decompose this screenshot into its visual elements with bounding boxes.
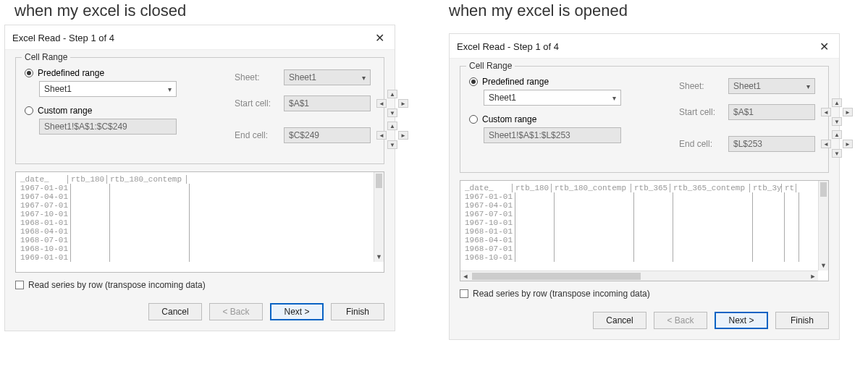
- arrow-right-icon[interactable]: ►: [398, 131, 408, 140]
- cancel-button[interactable]: Cancel: [148, 303, 202, 320]
- radio-custom-range[interactable]: Custom range: [469, 114, 650, 124]
- radio-predefined-range[interactable]: Predefined range: [25, 68, 206, 78]
- caption-left: when my excel is closed: [14, 1, 186, 20]
- preview-row: 1968-04-01: [462, 236, 827, 244]
- transpose-checkbox[interactable]: Read series by row (transpose incoming d…: [15, 280, 384, 290]
- endcell-arrows[interactable]: ▲ ◄► ▼: [821, 130, 853, 158]
- preview-column-header: rtb_180_contemp: [552, 184, 631, 192]
- close-icon[interactable]: ✕: [372, 31, 387, 45]
- vertical-scrollbar[interactable]: ▼: [818, 181, 828, 271]
- radio-predefined-label: Predefined range: [482, 77, 549, 87]
- dialog-title: Excel Read - Step 1 of 4: [457, 41, 559, 52]
- endcell-textbox: $L$253: [728, 136, 815, 152]
- cell-range-legend: Cell Range: [22, 52, 70, 62]
- back-button: < Back: [209, 303, 263, 320]
- chevron-down-icon: ▾: [168, 85, 172, 93]
- arrow-down-icon[interactable]: ▼: [819, 260, 828, 271]
- preview-row: 1968-07-01: [17, 236, 382, 244]
- back-button: < Back: [654, 312, 707, 329]
- transpose-label: Read series by row (transpose incoming d…: [28, 280, 206, 290]
- arrow-down-icon[interactable]: ▼: [387, 140, 397, 149]
- preview-column-header: rtb_180_contemp: [107, 175, 187, 184]
- endcell-label: End cell:: [235, 130, 278, 140]
- startcell-textbox: $A$1: [284, 95, 371, 111]
- dialog-body: Cell Range Predefined range Sheet1 ▾: [5, 50, 395, 296]
- titlebar: Excel Read - Step 1 of 4 ✕: [5, 25, 395, 50]
- button-row: Cancel < Back Next > Finish: [450, 305, 839, 339]
- arrow-left-icon[interactable]: ◄: [821, 108, 831, 116]
- scroll-thumb[interactable]: [820, 182, 827, 197]
- sheet-combo-disabled: Sheet1 ▾: [284, 69, 371, 85]
- button-row: Cancel < Back Next > Finish: [5, 296, 395, 331]
- chevron-down-icon: ▾: [806, 82, 810, 90]
- cancel-button[interactable]: Cancel: [593, 312, 646, 329]
- arrow-down-icon[interactable]: ▼: [387, 108, 397, 117]
- arrow-left-icon[interactable]: ◄: [821, 140, 831, 148]
- titlebar: Excel Read - Step 1 of 4 ✕: [450, 34, 839, 59]
- startcell-arrows[interactable]: ▲ ◄► ▼: [376, 90, 408, 117]
- arrow-up-icon[interactable]: ▲: [387, 90, 397, 98]
- predefined-sheet-combo[interactable]: Sheet1 ▾: [484, 90, 621, 106]
- arrow-right-icon[interactable]: ►: [843, 140, 853, 148]
- close-icon[interactable]: ✕: [817, 40, 832, 54]
- arrow-right-icon[interactable]: ►: [843, 108, 853, 116]
- radio-predefined-label: Predefined range: [38, 68, 104, 78]
- scroll-thumb[interactable]: [472, 273, 641, 280]
- chevron-down-icon: ▾: [612, 94, 616, 102]
- radio-empty-icon: [469, 115, 478, 124]
- preview-column-header: rtb_3y: [750, 184, 782, 192]
- endcell-value: $C$249: [289, 130, 319, 140]
- startcell-arrows[interactable]: ▲ ◄► ▼: [821, 98, 853, 126]
- cell-range-legend: Cell Range: [466, 61, 515, 71]
- arrow-down-icon[interactable]: ▼: [832, 149, 842, 158]
- endcell-arrows[interactable]: ▲ ◄► ▼: [376, 122, 408, 149]
- arrow-up-icon[interactable]: ▲: [832, 130, 842, 139]
- endcell-value: $L$253: [733, 139, 762, 149]
- next-button[interactable]: Next >: [715, 312, 768, 329]
- preview-grid[interactable]: _date_rtb_180rtb_180_contemp 1967-01-01 …: [15, 171, 384, 273]
- horizontal-scrollbar[interactable]: ◄ ►: [460, 271, 818, 281]
- preview-row: 1967-04-01: [17, 192, 382, 201]
- custom-range-value: Sheet1!$A$1:$C$249: [44, 122, 127, 132]
- radio-empty-icon: [25, 106, 33, 115]
- vertical-scrollbar[interactable]: ▼: [374, 172, 384, 262]
- radio-custom-label: Custom range: [38, 106, 92, 116]
- finish-button[interactable]: Finish: [775, 312, 829, 329]
- endcell-textbox: $C$249: [284, 127, 371, 143]
- preview-row: 1968-07-01: [462, 244, 827, 253]
- arrow-left-icon[interactable]: ◄: [376, 131, 387, 140]
- arrow-down-icon[interactable]: ▼: [832, 117, 842, 126]
- radio-predefined-range[interactable]: Predefined range: [469, 77, 650, 87]
- arrow-up-icon[interactable]: ▲: [832, 98, 842, 107]
- next-button[interactable]: Next >: [270, 303, 324, 320]
- startcell-textbox: $A$1: [728, 104, 815, 120]
- preview-grid[interactable]: _date_rtb_180rtb_180_contemprtb_365rtb_3…: [460, 180, 829, 281]
- caption-right: when my excel is opened: [449, 1, 628, 20]
- checkbox-icon: [460, 289, 468, 298]
- predefined-sheet-value: Sheet1: [44, 84, 72, 94]
- predefined-sheet-combo[interactable]: Sheet1 ▾: [39, 81, 177, 97]
- preview-row: 1967-10-01: [17, 210, 382, 218]
- dialog-title: Excel Read - Step 1 of 4: [12, 33, 114, 43]
- arrow-right-icon[interactable]: ►: [808, 271, 818, 281]
- endcell-label: End cell:: [679, 139, 722, 149]
- arrow-left-icon[interactable]: ◄: [376, 99, 387, 108]
- arrow-right-icon[interactable]: ►: [398, 99, 408, 108]
- radio-custom-range[interactable]: Custom range: [25, 106, 206, 116]
- preview-row: 1968-01-01: [17, 218, 382, 227]
- radio-dot-icon: [25, 69, 33, 77]
- dialog-body: Cell Range Predefined range Sheet1 ▾: [450, 59, 839, 305]
- custom-range-textbox[interactable]: Sheet1!$A$1:$L$253: [484, 127, 621, 143]
- sheet-label: Sheet:: [679, 81, 722, 91]
- arrow-left-icon[interactable]: ◄: [460, 271, 471, 281]
- arrow-up-icon[interactable]: ▲: [387, 122, 397, 130]
- transpose-checkbox[interactable]: Read series by row (transpose incoming d…: [460, 289, 829, 299]
- cell-range-fieldset: Cell Range Predefined range Sheet1 ▾: [15, 57, 384, 164]
- arrow-down-icon[interactable]: ▼: [374, 252, 384, 262]
- preview-row: 1967-01-01: [462, 192, 827, 201]
- scroll-thumb[interactable]: [376, 174, 382, 188]
- custom-range-textbox[interactable]: Sheet1!$A$1:$C$249: [39, 119, 177, 135]
- finish-button[interactable]: Finish: [331, 303, 384, 320]
- sheet-combo-value: Sheet1: [733, 81, 761, 91]
- startcell-label: Start cell:: [679, 107, 722, 117]
